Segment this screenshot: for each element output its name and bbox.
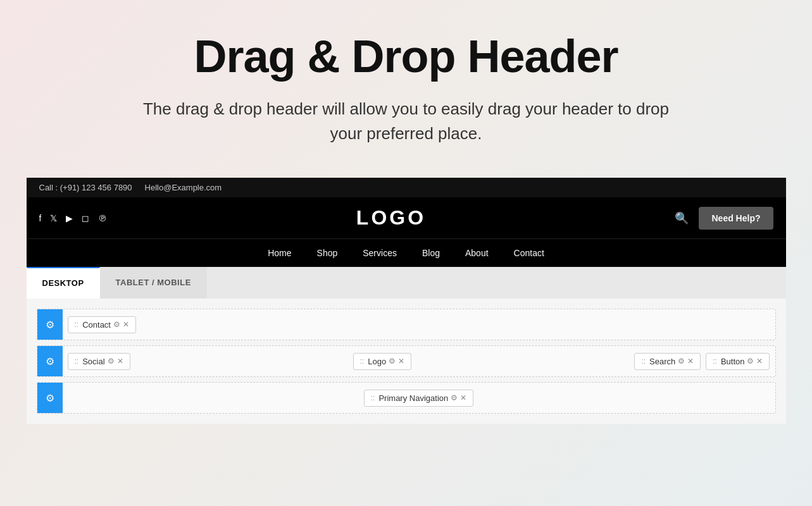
contact-settings-icon[interactable]: ⚙ (113, 320, 120, 329)
logo-remove-icon[interactable]: ✕ (398, 357, 404, 366)
button-settings-icon[interactable]: ⚙ (747, 357, 754, 366)
drag-handle-icon: :: (360, 357, 365, 366)
builder-row-2: ⚙ :: Social ⚙ ✕ (37, 345, 776, 377)
primary-nav-settings-icon[interactable]: ⚙ (451, 393, 458, 402)
page-title: Drag & Drop Header (134, 32, 678, 82)
primary-nav-remove-icon[interactable]: ✕ (460, 393, 466, 402)
row-2-gear-button[interactable]: ⚙ (37, 346, 63, 376)
row-2-center: :: Logo ⚙ ✕ (353, 353, 412, 370)
row-2-right: :: Search ⚙ ✕ :: Button ⚙ ✕ (634, 353, 770, 370)
nav-bar: Home Shop Services Blog About Contact (27, 238, 786, 267)
top-bar-email: Hello@Example.com (145, 183, 222, 192)
search-settings-icon[interactable]: ⚙ (678, 357, 685, 366)
tabs-row: DESKTOP TABLET / MOBILE (27, 267, 786, 299)
twitter-icon[interactable]: 𝕏 (50, 213, 57, 223)
youtube-icon[interactable]: ▶ (66, 213, 73, 223)
tab-tablet-mobile[interactable]: TABLET / MOBILE (100, 267, 207, 299)
contact-chip[interactable]: :: Contact ⚙ ✕ (68, 316, 136, 333)
search-chip-label: Search (649, 357, 675, 366)
need-help-button[interactable]: Need Help? (699, 207, 773, 230)
primary-nav-chip[interactable]: :: Primary Navigation ⚙ ✕ (364, 390, 474, 407)
search-remove-icon[interactable]: ✕ (687, 357, 694, 366)
social-remove-icon[interactable]: ✕ (117, 357, 123, 366)
row-2-left: :: Social ⚙ ✕ (68, 353, 130, 370)
header-preview: Call : (+91) 123 456 7890 Hello@Example.… (27, 178, 786, 267)
row-1-gear-button[interactable]: ⚙ (37, 309, 63, 340)
builder-row-1: ⚙ :: Contact ⚙ ✕ (37, 309, 776, 340)
logo-chip[interactable]: :: Logo ⚙ ✕ (353, 353, 412, 370)
pinterest-icon[interactable]: ℗ (98, 213, 107, 223)
top-bar: Call : (+91) 123 456 7890 Hello@Example.… (27, 178, 786, 197)
facebook-icon[interactable]: f (39, 213, 42, 223)
page-subtitle: The drag & drop header will allow you to… (134, 97, 678, 146)
builder-row-3: ⚙ :: Primary Navigation ⚙ ✕ (37, 382, 776, 414)
search-icon-button[interactable]: 🔍 (675, 211, 689, 225)
row-3-content: :: Primary Navigation ⚙ ✕ (63, 383, 775, 413)
builder-body: ⚙ :: Contact ⚙ ✕ ⚙ (27, 299, 786, 424)
button-chip[interactable]: :: Button ⚙ ✕ (706, 353, 770, 370)
drag-handle-icon: :: (641, 357, 646, 366)
social-chip-label: Social (82, 357, 104, 366)
logo-text: LOGO (356, 206, 426, 229)
contact-chip-label: Contact (82, 320, 111, 330)
gear-icon: ⚙ (46, 319, 54, 331)
search-chip[interactable]: :: Search ⚙ ✕ (634, 353, 701, 370)
gear-icon: ⚙ (46, 392, 54, 404)
logo-chip-label: Logo (368, 357, 386, 366)
button-remove-icon[interactable]: ✕ (756, 357, 763, 366)
row-2-content: :: Social ⚙ ✕ :: Logo ⚙ ✕ (63, 346, 775, 376)
nav-item-home[interactable]: Home (268, 248, 291, 258)
hero-section: Drag & Drop Header The drag & drop heade… (122, 0, 691, 165)
drag-handle-icon: :: (371, 393, 375, 402)
middle-bar: f 𝕏 ▶ ◻ ℗ LOGO 🔍 Need Help? (27, 197, 786, 238)
tab-desktop[interactable]: DESKTOP (27, 267, 100, 299)
top-bar-phone: Call : (+91) 123 456 7890 (39, 183, 132, 192)
logo-settings-icon[interactable]: ⚙ (389, 357, 396, 366)
drag-handle-icon: :: (75, 320, 79, 329)
builder-section: DESKTOP TABLET / MOBILE ⚙ :: Contact ⚙ ✕ (27, 267, 786, 424)
social-chip[interactable]: :: Social ⚙ ✕ (68, 353, 130, 370)
row-1-content: :: Contact ⚙ ✕ (63, 309, 775, 340)
gear-icon: ⚙ (46, 355, 54, 367)
button-chip-label: Button (721, 357, 745, 366)
nav-item-blog[interactable]: Blog (422, 248, 440, 258)
header-right-controls: 🔍 Need Help? (675, 207, 773, 230)
nav-item-about[interactable]: About (465, 248, 489, 258)
nav-item-shop[interactable]: Shop (317, 248, 338, 258)
primary-nav-chip-label: Primary Navigation (378, 393, 448, 403)
social-icons-group: f 𝕏 ▶ ◻ ℗ (39, 213, 108, 223)
row-3-gear-button[interactable]: ⚙ (37, 383, 63, 413)
drag-handle-icon: :: (75, 357, 79, 366)
social-settings-icon[interactable]: ⚙ (108, 357, 115, 366)
drag-handle-icon: :: (713, 357, 717, 366)
instagram-icon[interactable]: ◻ (82, 213, 89, 223)
page-wrapper: Drag & Drop Header The drag & drop heade… (0, 0, 812, 506)
logo: LOGO (356, 206, 426, 230)
contact-remove-icon[interactable]: ✕ (123, 320, 129, 329)
nav-item-contact[interactable]: Contact (514, 248, 544, 258)
nav-item-services[interactable]: Services (363, 248, 397, 258)
